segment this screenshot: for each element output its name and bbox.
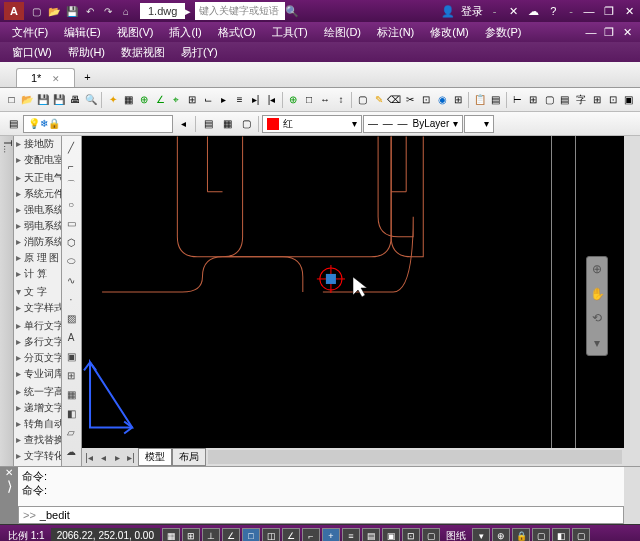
tool2-button[interactable]: |◂ xyxy=(264,91,279,109)
osnap-toggle[interactable]: □ xyxy=(242,528,260,542)
clean-toggle[interactable]: ▢ xyxy=(572,528,590,542)
tree-item[interactable]: ▸ 文字合并 xyxy=(14,464,61,466)
table-tool[interactable]: ▦ xyxy=(62,385,80,403)
ws-toggle[interactable]: ⊕ xyxy=(492,528,510,542)
tree-item[interactable]: ▸ 文字样式 xyxy=(14,300,61,316)
tree-item[interactable]: ▸ 多行文字 xyxy=(14,334,61,350)
tool21-button[interactable]: ⊞ xyxy=(589,91,604,109)
tool18-button[interactable]: ▢ xyxy=(542,91,557,109)
tool10-button[interactable]: ✂ xyxy=(403,91,418,109)
menu-format[interactable]: 格式(O) xyxy=(212,23,262,42)
tree-item[interactable]: ▸ 分页文字 xyxy=(14,350,61,366)
layout-tab[interactable]: 布局 xyxy=(172,448,206,466)
saveas-button[interactable]: 💾 xyxy=(52,91,67,109)
menu-params[interactable]: 参数(P) xyxy=(479,23,528,42)
tool17-button[interactable]: ⊞ xyxy=(526,91,541,109)
menu-view[interactable]: 视图(V) xyxy=(111,23,160,42)
ortho-button[interactable]: ⊕ xyxy=(137,91,152,109)
preview-button[interactable]: 🔍 xyxy=(83,91,98,109)
redo-icon[interactable]: ↷ xyxy=(100,3,116,19)
lwt-button[interactable]: ≡ xyxy=(232,91,247,109)
viewcube-menu-icon[interactable]: ▾ xyxy=(587,331,607,356)
new-button[interactable]: □ xyxy=(4,91,19,109)
tool16-button[interactable]: ⊢ xyxy=(510,91,525,109)
polar-button[interactable]: ∠ xyxy=(153,91,168,109)
user-icon[interactable]: 👤 xyxy=(441,4,455,18)
osnap3d-toggle[interactable]: ◫ xyxy=(262,528,280,542)
side-panel-title[interactable]: T... xyxy=(0,136,14,466)
menu-dim[interactable]: 标注(N) xyxy=(371,23,420,42)
menu-insert[interactable]: 插入(I) xyxy=(163,23,207,42)
help-icon[interactable]: ? xyxy=(546,4,560,18)
close-icon[interactable]: ✕ xyxy=(622,4,636,18)
pan-icon[interactable]: ✋ xyxy=(587,282,607,307)
tree-item[interactable]: ▸ 接地防 xyxy=(14,136,61,152)
plot-icon[interactable]: ⌂ xyxy=(118,3,134,19)
menu-file[interactable]: 文件(F) xyxy=(6,23,54,42)
layer-state-combo[interactable]: 💡❄🔒 xyxy=(23,115,173,133)
polar-toggle[interactable]: ∠ xyxy=(222,528,240,542)
vertical-scrollbar[interactable] xyxy=(624,136,640,466)
arc-tool[interactable]: ⌒ xyxy=(62,176,80,194)
tree-item[interactable]: ▸ 文字转化 xyxy=(14,448,61,464)
chevron-right-icon[interactable]: ▸ xyxy=(185,5,191,18)
menu-draw[interactable]: 绘图(D) xyxy=(318,23,367,42)
tool12-button[interactable]: ◉ xyxy=(435,91,450,109)
pline-tool[interactable]: ⌐ xyxy=(62,157,80,175)
command-grip-icon[interactable]: ⟩ xyxy=(7,478,12,494)
tree-item[interactable]: ▸ 强电系统 xyxy=(14,202,61,218)
snap-toggle[interactable]: ▦ xyxy=(162,528,180,542)
dyn-button[interactable]: ▸ xyxy=(216,91,231,109)
grid-toggle[interactable]: ⊞ xyxy=(182,528,200,542)
tool11-button[interactable]: ⊡ xyxy=(419,91,434,109)
wipeout-tool[interactable]: ▱ xyxy=(62,423,80,441)
block-tool[interactable]: ▣ xyxy=(62,347,80,365)
print-button[interactable]: 🖶 xyxy=(68,91,83,109)
doc-minimize-icon[interactable]: — xyxy=(584,25,598,39)
coords-display[interactable]: 2066.22, 252.01, 0.00 xyxy=(51,528,160,541)
sc-toggle[interactable]: ⊡ xyxy=(402,528,420,542)
tool1-button[interactable]: ▸| xyxy=(248,91,263,109)
ducs-toggle[interactable]: ⌐ xyxy=(302,528,320,542)
ducs-button[interactable]: ⌙ xyxy=(201,91,216,109)
tree-item[interactable]: ▸ 变配电室 xyxy=(14,152,61,168)
layer-manager-button[interactable]: ▤ xyxy=(4,115,22,133)
tool6-button[interactable]: ↕ xyxy=(333,91,348,109)
grid-button[interactable]: ▦ xyxy=(121,91,136,109)
circle-tool[interactable]: ○ xyxy=(62,195,80,213)
model-tab[interactable]: 模型 xyxy=(138,448,172,466)
tree-item[interactable]: ▸ 递增文字 xyxy=(14,400,61,416)
tool22-button[interactable]: ⊡ xyxy=(605,91,620,109)
doc-tab-active[interactable]: 1* ✕ xyxy=(16,68,75,87)
tab-last-icon[interactable]: ▸| xyxy=(124,450,138,464)
doc-restore-icon[interactable]: ❐ xyxy=(602,25,616,39)
tab-next-icon[interactable]: ▸ xyxy=(110,450,124,464)
tool3-button[interactable]: ⊕ xyxy=(286,91,301,109)
doc-tab-close-icon[interactable]: ✕ xyxy=(52,74,60,84)
command-scrollbar[interactable] xyxy=(624,467,640,524)
scale-display[interactable]: 比例 1:1 xyxy=(4,529,49,542)
osnap-button[interactable]: ⌖ xyxy=(169,91,184,109)
line-tool[interactable]: ╱ xyxy=(62,138,80,156)
horizontal-scrollbar[interactable] xyxy=(208,450,622,464)
document-name-tab[interactable]: 1.dwg xyxy=(140,3,185,19)
menu-window[interactable]: 窗口(W) xyxy=(6,43,58,62)
qp-toggle[interactable]: ▣ xyxy=(382,528,400,542)
zoom-extents-icon[interactable]: ⊕ xyxy=(587,257,607,282)
doc-close-icon[interactable]: ✕ xyxy=(620,25,634,39)
tree-item[interactable]: ▸ 天正电气 xyxy=(14,170,61,186)
open-button[interactable]: 📂 xyxy=(20,91,35,109)
cloud-icon[interactable]: ☁ xyxy=(526,4,540,18)
menu-yida[interactable]: 易打(Y) xyxy=(175,43,224,62)
otrack-button[interactable]: ⊞ xyxy=(185,91,200,109)
ann-toggle[interactable]: ▾ xyxy=(472,528,490,542)
region-tool[interactable]: ◧ xyxy=(62,404,80,422)
menu-tools[interactable]: 工具(T) xyxy=(266,23,314,42)
layer-tool1-button[interactable]: ▤ xyxy=(199,115,217,133)
ellipse-tool[interactable]: ⬭ xyxy=(62,252,80,270)
menu-help[interactable]: 帮助(H) xyxy=(62,43,111,62)
tree-item[interactable]: ▸ 转角自动 xyxy=(14,416,61,432)
tab-first-icon[interactable]: |◂ xyxy=(82,450,96,464)
tree-item[interactable]: ▸ 计 算 xyxy=(14,266,61,282)
undo-icon[interactable]: ↶ xyxy=(82,3,98,19)
